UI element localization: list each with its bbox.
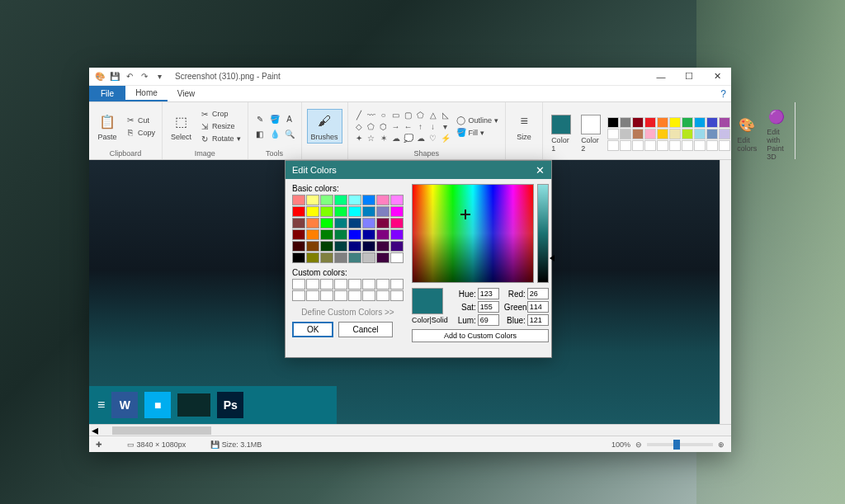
basic-color-cell[interactable] bbox=[376, 206, 389, 217]
palette-color[interactable] bbox=[644, 117, 656, 128]
basic-color-cell[interactable] bbox=[320, 229, 333, 240]
basic-color-cell[interactable] bbox=[334, 195, 347, 205]
palette-color-empty[interactable] bbox=[706, 140, 718, 151]
color2-button[interactable]: Color 2 bbox=[578, 113, 604, 154]
resize-button[interactable]: ⇲Resize bbox=[198, 120, 243, 132]
basic-color-cell[interactable] bbox=[320, 195, 333, 205]
palette-color[interactable] bbox=[694, 129, 706, 139]
basic-color-cell[interactable] bbox=[362, 206, 375, 217]
callout-cloud-shape-icon[interactable]: ☁ bbox=[415, 133, 427, 144]
basic-color-cell[interactable] bbox=[362, 195, 375, 205]
palette-color-empty[interactable] bbox=[719, 140, 730, 151]
size-button[interactable]: ≡ Size bbox=[511, 110, 537, 143]
basic-color-cell[interactable] bbox=[376, 241, 389, 252]
basic-color-cell[interactable] bbox=[348, 195, 361, 205]
basic-color-cell[interactable] bbox=[390, 229, 404, 240]
basic-color-cell[interactable] bbox=[334, 206, 347, 217]
basic-color-cell[interactable] bbox=[376, 195, 389, 205]
palette-color[interactable] bbox=[669, 129, 681, 139]
view-tab[interactable]: View bbox=[168, 86, 205, 101]
custom-color-cell[interactable] bbox=[348, 279, 361, 290]
luminance-arrow[interactable] bbox=[550, 255, 555, 261]
zoom-in-button[interactable]: ⊕ bbox=[718, 440, 725, 449]
custom-color-cell[interactable] bbox=[390, 279, 404, 290]
palette-color[interactable] bbox=[607, 117, 619, 128]
paint3d-button[interactable]: 🟣 Edit with Paint 3D bbox=[763, 105, 790, 163]
custom-color-cell[interactable] bbox=[334, 290, 347, 301]
gradient-crosshair[interactable] bbox=[460, 210, 470, 219]
vertical-scrollbar[interactable] bbox=[720, 160, 731, 424]
blue-input[interactable] bbox=[527, 314, 549, 326]
diamond-shape-icon[interactable]: ◇ bbox=[353, 121, 365, 132]
text-icon[interactable]: A bbox=[283, 112, 296, 125]
custom-color-cell[interactable] bbox=[306, 290, 319, 301]
right-triangle-shape-icon[interactable]: ◺ bbox=[440, 110, 451, 120]
copy-button[interactable]: ⎘Copy bbox=[124, 127, 157, 139]
palette-color[interactable] bbox=[644, 129, 656, 139]
basic-color-cell[interactable] bbox=[320, 241, 333, 252]
basic-color-cell[interactable] bbox=[334, 252, 347, 263]
color1-button[interactable]: Color 1 bbox=[548, 113, 574, 154]
color-gradient-picker[interactable] bbox=[412, 184, 534, 283]
shapes-more-icon[interactable]: ▾ bbox=[440, 121, 451, 132]
select-button[interactable]: ⬚ Select bbox=[168, 110, 195, 143]
home-tab[interactable]: Home bbox=[125, 86, 168, 101]
basic-color-cell[interactable] bbox=[390, 241, 404, 252]
zoom-slider[interactable] bbox=[647, 443, 713, 446]
green-input[interactable] bbox=[527, 301, 549, 313]
palette-color-empty[interactable] bbox=[620, 140, 631, 151]
crop-button[interactable]: ✂Crop bbox=[198, 108, 243, 120]
basic-color-cell[interactable] bbox=[292, 195, 305, 205]
palette-color-empty[interactable] bbox=[669, 140, 681, 151]
close-button[interactable]: ✕ bbox=[703, 68, 731, 86]
custom-color-cell[interactable] bbox=[334, 279, 347, 290]
scroll-thumb[interactable] bbox=[112, 426, 211, 435]
palette-color[interactable] bbox=[719, 129, 730, 139]
redo-icon[interactable]: ↷ bbox=[139, 71, 150, 82]
custom-color-cell[interactable] bbox=[320, 279, 333, 290]
fill-icon[interactable]: 🪣 bbox=[268, 112, 281, 125]
up-arrow-shape-icon[interactable]: ↑ bbox=[415, 121, 427, 132]
triangle-shape-icon[interactable]: △ bbox=[427, 110, 439, 120]
basic-color-cell[interactable] bbox=[320, 206, 333, 217]
palette-color[interactable] bbox=[719, 117, 730, 128]
palette-color[interactable] bbox=[632, 129, 644, 139]
basic-color-cell[interactable] bbox=[292, 252, 305, 263]
star4-shape-icon[interactable]: ✦ bbox=[353, 133, 365, 144]
palette-color-empty[interactable] bbox=[694, 140, 706, 151]
polygon-shape-icon[interactable]: ⬠ bbox=[415, 110, 427, 120]
basic-color-cell[interactable] bbox=[390, 206, 404, 217]
curve-shape-icon[interactable]: 〰 bbox=[366, 110, 377, 120]
palette-color[interactable] bbox=[694, 117, 706, 128]
palette-color-empty[interactable] bbox=[632, 140, 644, 151]
palette-color[interactable] bbox=[682, 117, 693, 128]
shapes-gallery[interactable]: ╱〰○▭▢⬠△◺ ◇⬠⬡→←↑↓▾ ✦☆✶☁💭☁♡⚡ bbox=[353, 110, 451, 144]
sat-input[interactable] bbox=[478, 301, 499, 313]
custom-color-cell[interactable] bbox=[390, 290, 404, 301]
heart-shape-icon[interactable]: ♡ bbox=[427, 133, 439, 144]
color-palette[interactable] bbox=[607, 117, 730, 151]
basic-color-cell[interactable] bbox=[306, 195, 319, 205]
basic-color-cell[interactable] bbox=[306, 218, 319, 228]
custom-color-cell[interactable] bbox=[292, 290, 305, 301]
palette-color[interactable] bbox=[706, 117, 718, 128]
titlebar[interactable]: 🎨 💾 ↶ ↷ ▾ Screenshot (310).png - Paint —… bbox=[89, 68, 731, 86]
help-icon[interactable]: ? bbox=[720, 88, 726, 100]
basic-color-cell[interactable] bbox=[292, 218, 305, 228]
basic-color-cell[interactable] bbox=[348, 206, 361, 217]
zoom-out-button[interactable]: ⊖ bbox=[635, 440, 642, 449]
horizontal-scrollbar[interactable]: ◂ bbox=[89, 424, 731, 436]
basic-color-cell[interactable] bbox=[292, 241, 305, 252]
basic-color-cell[interactable] bbox=[292, 229, 305, 240]
palette-color[interactable] bbox=[657, 117, 668, 128]
basic-color-cell[interactable] bbox=[376, 218, 389, 228]
red-input[interactable] bbox=[527, 288, 549, 299]
basic-color-cell[interactable] bbox=[306, 229, 319, 240]
cut-button[interactable]: ✂Cut bbox=[124, 115, 157, 126]
palette-color[interactable] bbox=[657, 129, 668, 139]
ok-button[interactable]: OK bbox=[292, 322, 333, 337]
basic-color-cell[interactable] bbox=[320, 218, 333, 228]
file-tab[interactable]: File bbox=[89, 86, 125, 101]
callout-rounded-shape-icon[interactable]: ☁ bbox=[390, 133, 402, 144]
star5-shape-icon[interactable]: ☆ bbox=[366, 133, 377, 144]
